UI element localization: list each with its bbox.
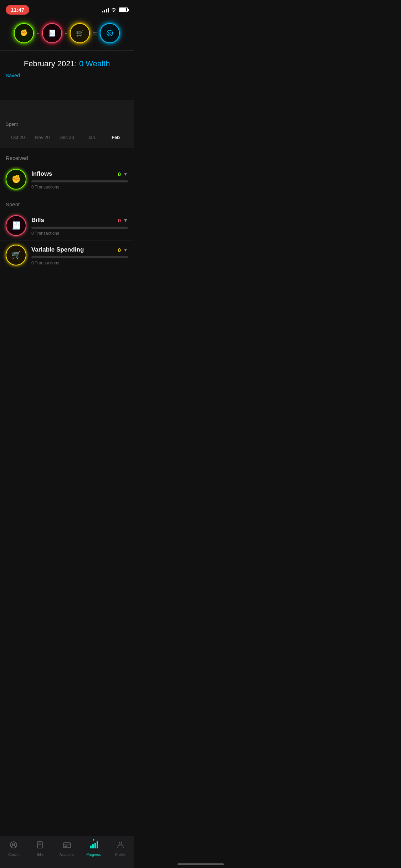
svg-text:🧾: 🧾 <box>48 29 56 37</box>
bills-progress-bg <box>31 227 128 229</box>
month-header: February 2021: 0 Wealth <box>0 51 134 71</box>
inflows-title: Inflows <box>31 170 52 177</box>
chart-spent-label: Spent <box>6 122 128 130</box>
formula-row: ✊ - 🧾 - 🛒 = ⊙ <box>0 17 134 50</box>
minus-1: - <box>37 29 39 37</box>
inflows-formula-icon: ✊ <box>14 23 34 43</box>
bills-title: Bills <box>31 217 44 224</box>
svg-text:⊙: ⊙ <box>108 30 112 36</box>
tab-feb[interactable]: Feb <box>103 133 128 142</box>
inflows-transactions: 0 Transactions <box>31 185 128 190</box>
tab-dec20[interactable]: Dec 20 <box>55 133 79 142</box>
inflows-item[interactable]: ✊ Inflows 0 ▼ 0 Transactions <box>0 165 134 194</box>
month-label: February 2021: <box>24 59 77 68</box>
bills-chevron[interactable]: ▼ <box>123 217 128 223</box>
status-time: 11:47 <box>6 5 29 15</box>
wealth-formula-icon: ⊙ <box>100 23 120 43</box>
equals: = <box>93 29 97 37</box>
chart-section: Spent <box>0 100 134 130</box>
variable-spending-item[interactable]: 🛒 Variable Spending 0 ▼ 0 Transactions <box>0 241 134 270</box>
variable-spending-content: Variable Spending 0 ▼ 0 Transactions <box>31 245 128 265</box>
inflows-value-row: 0 ▼ <box>118 171 128 177</box>
content-area: Received ✊ Inflows 0 ▼ 0 Transactions Sp… <box>0 148 134 306</box>
tab-jan[interactable]: Jan <box>79 133 104 142</box>
bills-transactions: 0 Transactions <box>31 231 128 236</box>
month-tabs[interactable]: Oct 20 Nov 20 Dec 20 Jan Feb <box>0 130 134 148</box>
svg-text:🧾: 🧾 <box>11 221 21 230</box>
signal-icon <box>102 7 109 12</box>
variable-spending-icon: 🛒 <box>6 245 26 265</box>
status-bar: 11:47 <box>0 0 134 17</box>
inflows-chevron[interactable]: ▼ <box>123 171 128 177</box>
variable-spending-progress-bg <box>31 256 128 258</box>
variable-spending-title-row: Variable Spending 0 ▼ <box>31 246 128 253</box>
spent-section-label: Spent <box>0 194 134 211</box>
bills-formula-icon: 🧾 <box>42 23 62 43</box>
svg-text:🛒: 🛒 <box>76 29 84 37</box>
inflows-value: 0 <box>118 171 121 177</box>
wealth-value: 0 Wealth <box>79 59 110 68</box>
minus-2: - <box>65 29 67 37</box>
bills-value: 0 <box>118 217 121 223</box>
bills-value-row: 0 ▼ <box>118 217 128 223</box>
variable-spending-value-row: 0 ▼ <box>118 247 128 253</box>
saved-label: Saved <box>0 71 134 100</box>
bills-icon: 🧾 <box>6 215 26 236</box>
spending-formula-icon: 🛒 <box>70 23 90 43</box>
variable-spending-title: Variable Spending <box>31 246 84 253</box>
inflows-icon: ✊ <box>6 169 26 190</box>
tab-nov20[interactable]: Nov 20 <box>30 133 55 142</box>
inflows-progress-bg <box>31 180 128 182</box>
variable-spending-transactions: 0 Transactions <box>31 260 128 265</box>
received-section-label: Received <box>0 148 134 165</box>
inflows-content: Inflows 0 ▼ 0 Transactions <box>31 169 128 190</box>
bills-title-row: Bills 0 ▼ <box>31 217 128 224</box>
battery-icon <box>119 7 128 12</box>
inflows-title-row: Inflows 0 ▼ <box>31 170 128 177</box>
tab-oct20[interactable]: Oct 20 <box>6 133 30 142</box>
svg-text:🛒: 🛒 <box>11 250 21 260</box>
svg-text:✊: ✊ <box>20 29 28 37</box>
variable-spending-chevron[interactable]: ▼ <box>123 247 128 253</box>
bills-item[interactable]: 🧾 Bills 0 ▼ 0 Transactions <box>0 211 134 241</box>
variable-spending-value: 0 <box>118 247 121 253</box>
bills-content: Bills 0 ▼ 0 Transactions <box>31 215 128 236</box>
wifi-icon <box>111 7 117 13</box>
status-icons <box>102 7 128 13</box>
svg-text:✊: ✊ <box>11 174 21 184</box>
